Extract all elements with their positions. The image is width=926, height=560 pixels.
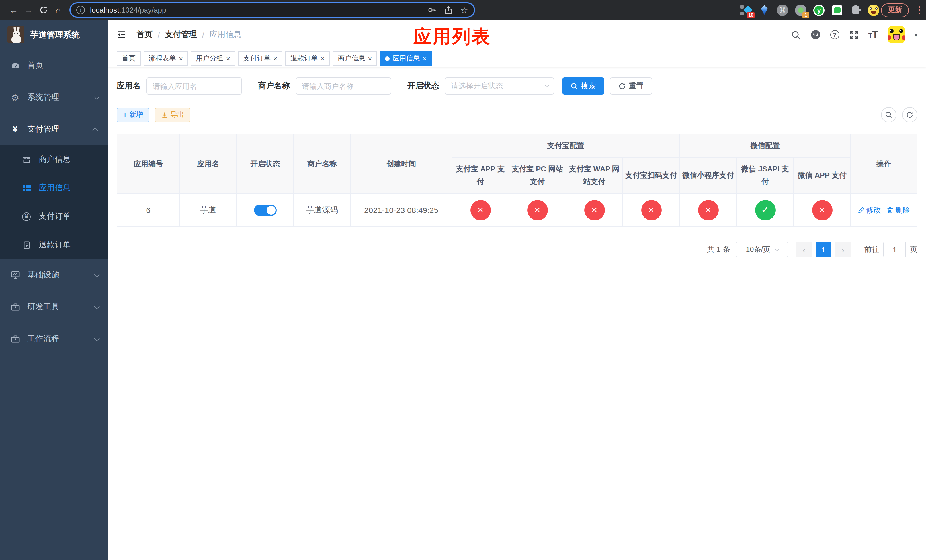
font-size-icon[interactable]: TT: [869, 29, 878, 41]
reload-icon: [39, 6, 48, 14]
sidebar-item-system[interactable]: ⚙ 系统管理: [0, 82, 108, 114]
dashboard-icon: [10, 61, 20, 70]
app-name-input[interactable]: [146, 77, 242, 95]
shop-icon: [22, 155, 31, 164]
yen-circle-icon: ¥: [22, 212, 31, 221]
prev-page-button[interactable]: ‹: [796, 242, 812, 258]
profile-emoji-avatar[interactable]: [868, 4, 879, 16]
extension-recorder-icon[interactable]: 1: [795, 4, 806, 16]
page-size-select[interactable]: 10条/页: [736, 242, 788, 258]
user-avatar[interactable]: [888, 26, 905, 43]
status-select[interactable]: 请选择开启状态: [445, 77, 554, 95]
goto-page-input[interactable]: [883, 242, 906, 258]
site-info-icon[interactable]: i: [76, 6, 85, 14]
close-icon[interactable]: ×: [179, 55, 183, 62]
close-icon[interactable]: ×: [321, 55, 325, 62]
export-button[interactable]: 导出: [155, 107, 190, 122]
sidebar-collapse-icon[interactable]: [117, 30, 126, 39]
tag-user-group[interactable]: 用户分组×: [191, 51, 235, 65]
goto-prefix: 前往: [864, 245, 879, 255]
pagination: 共 1 条 10条/页 ‹ 1 › 前往 页: [117, 242, 917, 258]
app-logo[interactable]: 芋道管理系统: [0, 20, 108, 50]
breadcrumb-home[interactable]: 首页: [137, 30, 153, 40]
browser-back-button[interactable]: ←: [7, 3, 21, 17]
address-bar[interactable]: i localhost:1024/pay/app ☆: [70, 2, 475, 18]
refresh-table-button[interactable]: [902, 107, 917, 123]
breadcrumb-payment[interactable]: 支付管理: [165, 30, 197, 40]
tag-pay-orders[interactable]: 支付订单×: [238, 51, 283, 65]
browser-toolbar: ← → ⌂ i localhost:1024/pay/app ☆ 10 ⌘ 1: [0, 0, 926, 20]
extension-y-icon[interactable]: y: [813, 4, 825, 16]
sidebar-item-label: 支付订单: [39, 211, 71, 222]
toggle-search-button[interactable]: [881, 107, 896, 123]
extension-command-icon[interactable]: ⌘: [777, 4, 788, 16]
extension-chat-icon[interactable]: [831, 4, 843, 16]
merchant-name-input[interactable]: [295, 77, 391, 95]
delete-link[interactable]: 删除: [887, 205, 910, 215]
browser-reload-button[interactable]: [36, 3, 50, 17]
col-app-name: 应用名: [180, 134, 237, 194]
extensions-row: 10 ⌘ 1 y: [740, 4, 879, 16]
extension-diamond-icon[interactable]: 10: [740, 4, 752, 16]
cell-created: 2021-10-23 08:49:25: [351, 194, 452, 227]
sidebar-item-workflow[interactable]: 工作流程: [0, 323, 108, 355]
monitor-chart-icon: [10, 271, 20, 280]
toolbox-icon: [10, 303, 20, 312]
page-content: 应用名 商户名称 开启状态 请选择开启状态 搜索 重置: [108, 67, 926, 258]
browser-menu-icon[interactable]: [918, 6, 920, 14]
tag-home[interactable]: 首页: [117, 51, 141, 65]
next-page-button[interactable]: ›: [835, 242, 851, 258]
sidebar-item-merchant-info[interactable]: 商户信息: [0, 145, 108, 174]
browser-forward-button[interactable]: →: [22, 3, 35, 17]
password-key-icon[interactable]: [427, 6, 436, 14]
app-name-label: 应用名: [117, 81, 141, 91]
help-icon[interactable]: ?: [830, 30, 840, 39]
extension-pin-icon[interactable]: [758, 4, 770, 16]
download-icon: [161, 111, 168, 118]
close-icon[interactable]: ×: [368, 55, 372, 62]
apps-table: 应用编号 应用名 开启状态 商户名称 创建时间 支付宝配置 微信配置 操作 支付…: [117, 134, 917, 227]
search-form: 应用名 商户名称 开启状态 请选择开启状态 搜索 重置: [117, 77, 917, 95]
cell-operations: 修改 删除: [850, 194, 917, 227]
sidebar-item-pay-orders[interactable]: ¥ 支付订单: [0, 202, 108, 231]
group-alipay-config: 支付宝配置: [452, 134, 680, 157]
cell-app-id: 6: [117, 194, 180, 227]
rabbit-logo-image: [8, 26, 24, 43]
tag-app-info-active[interactable]: 应用信息×: [380, 51, 432, 65]
cell-merchant: 芋道源码: [294, 194, 351, 227]
browser-update-button[interactable]: 更新: [881, 3, 909, 17]
close-icon[interactable]: ×: [226, 55, 230, 62]
reset-button[interactable]: 重置: [610, 77, 652, 95]
close-icon[interactable]: ×: [273, 55, 277, 62]
page-1-button[interactable]: 1: [816, 242, 831, 258]
github-icon[interactable]: [810, 30, 821, 40]
alipay-qr-status-icon: ×: [641, 200, 661, 221]
extensions-puzzle-icon[interactable]: [850, 4, 861, 16]
sidebar-item-app-info[interactable]: 应用信息: [0, 174, 108, 202]
add-button[interactable]: +新增: [117, 107, 149, 122]
col-operations: 操作: [850, 134, 917, 194]
document-icon: [22, 241, 31, 249]
tag-merchant-info[interactable]: 商户信息×: [333, 51, 377, 65]
yen-icon: ¥: [10, 124, 20, 135]
sidebar-item-refund-orders[interactable]: 退款订单: [0, 231, 108, 259]
sidebar-item-infrastructure[interactable]: 基础设施: [0, 259, 108, 291]
tag-process-form[interactable]: 流程表单×: [144, 51, 188, 65]
bookmark-star-icon[interactable]: ☆: [460, 5, 468, 15]
sidebar-item-dev-tools[interactable]: 研发工具: [0, 291, 108, 323]
share-icon[interactable]: [444, 6, 452, 14]
breadcrumb-separator: /: [158, 30, 160, 39]
tag-refund-orders[interactable]: 退款订单×: [285, 51, 330, 65]
status-toggle[interactable]: [254, 204, 277, 216]
url-path: :1024/pay/app: [119, 6, 166, 14]
edit-link[interactable]: 修改: [858, 205, 881, 215]
search-icon[interactable]: [791, 30, 801, 39]
browser-home-button[interactable]: ⌂: [51, 3, 65, 17]
search-button[interactable]: 搜索: [562, 77, 604, 95]
close-icon[interactable]: ×: [422, 55, 427, 62]
avatar-caret-icon[interactable]: ▾: [915, 32, 917, 38]
screen: ← → ⌂ i localhost:1024/pay/app ☆ 10 ⌘ 1: [0, 0, 926, 560]
fullscreen-icon[interactable]: [849, 30, 859, 39]
sidebar-item-home[interactable]: 首页: [0, 50, 108, 82]
sidebar-item-payment[interactable]: ¥ 支付管理: [0, 114, 108, 145]
